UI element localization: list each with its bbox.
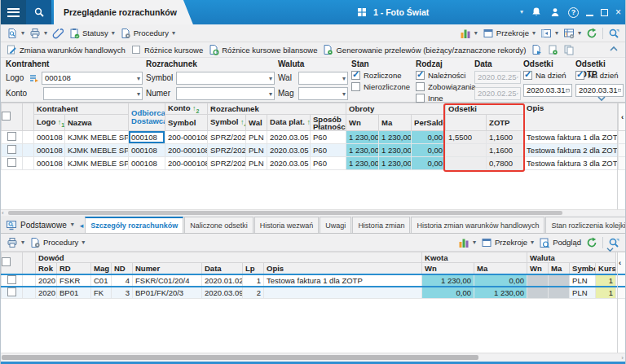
column-header-odbiorca-dostawca[interactable]: Odbiorca Dostawca <box>129 103 165 131</box>
column-header-waluta-ma[interactable]: Ma <box>549 263 570 274</box>
column-header-ma[interactable]: Ma <box>379 115 412 131</box>
document-tab[interactable]: Przeglądanie rozrachunków <box>54 0 193 24</box>
cell-wal[interactable]: PLN <box>246 157 267 170</box>
column-header-nazwa[interactable]: Nazwa <box>65 115 129 131</box>
company-chevron-icon[interactable]: ▾ <box>520 9 523 15</box>
cell-symbol[interactable]: SPRZ/2020/1 <box>208 131 246 144</box>
row-select-cell[interactable] <box>2 131 23 144</box>
cell-odsetki[interactable] <box>446 144 487 157</box>
cell-sposob[interactable]: P60 <box>311 144 346 157</box>
cell-odbiorca[interactable]: 000108 <box>129 157 165 170</box>
cell-konto[interactable]: 200-000108 <box>165 157 208 170</box>
column-header-symbol[interactable]: Symbol ↑4 <box>208 115 246 131</box>
expand-filters-chevron-down-icon[interactable] <box>597 95 606 104</box>
column-header-opis[interactable]: Opis <box>524 103 619 131</box>
cell-data[interactable]: 2020.01.02 <box>202 274 243 287</box>
tab-stan-rozliczenia-fifo[interactable]: Stan rozliczenia kolejki FIFO <box>545 217 625 233</box>
column-header-data-plat[interactable]: Data plat. ↑3 <box>267 115 311 131</box>
cell-symbol[interactable]: SPRZ/2020/3 <box>208 157 246 170</box>
cell-persaldo[interactable]: 0,00 <box>412 157 446 170</box>
global-search-button[interactable] <box>26 0 51 24</box>
date-from-field[interactable]: 2020.02.25 <box>474 71 521 84</box>
group-header-rozrachunek[interactable]: Rozrachunek <box>208 103 346 115</box>
balance-exchange-differences-button[interactable]: Różnice kursowe bilansowe <box>205 42 320 57</box>
cell-mag[interactable]: FK <box>91 287 112 299</box>
group-header-konto[interactable]: Konto ↑2 <box>165 103 208 115</box>
close-icon[interactable]: × <box>615 7 621 17</box>
cell-opis[interactable] <box>264 287 422 299</box>
cell-rd[interactable]: FSKR <box>57 274 91 287</box>
cell-zotp[interactable]: 1,1600 <box>487 144 524 157</box>
copy-records-button[interactable] <box>561 42 577 57</box>
logo-combobox[interactable]: 000108 ▾ <box>42 72 143 85</box>
detail-print-button[interactable]: ▾ <box>4 235 27 250</box>
panel-layout-button[interactable]: ▾ <box>538 26 561 41</box>
cell-wn[interactable]: 1 230,00 <box>346 131 379 144</box>
cell-odbiorca[interactable]: 000108 <box>129 144 165 157</box>
main-grid-hscrollbar[interactable]: ‹ <box>1 209 625 216</box>
preview-button[interactable]: Podgląd <box>536 235 584 250</box>
cell-nazwa[interactable]: KJMK MEBLE SPÓŁ <box>65 157 129 170</box>
attachments-button[interactable] <box>50 26 66 41</box>
chart-button[interactable]: ▾ <box>457 26 480 41</box>
tab-historia-wezwan[interactable]: Historia wezwań <box>254 217 320 233</box>
detail-select-all-checkbox[interactable] <box>2 252 23 274</box>
company-selector[interactable]: 1 - Foto Świat <box>356 0 429 24</box>
konto-combobox[interactable]: ▾ <box>43 87 143 100</box>
sections-button[interactable]: Przekroje ▾ <box>480 26 538 41</box>
cell-mag[interactable]: C01 <box>91 274 112 287</box>
help-icon[interactable]: ? <box>568 7 579 18</box>
menu-button[interactable] <box>1 0 26 24</box>
cell-wn[interactable]: 1 230,00 <box>346 144 379 157</box>
column-header-opis[interactable]: Opis <box>264 263 422 274</box>
group-header-odsetki[interactable]: Odsetki <box>446 103 524 115</box>
column-header-rd[interactable]: RD <box>57 263 91 274</box>
user-icon[interactable] <box>549 7 561 18</box>
tab-historia-zmian-warunkow[interactable]: Historia zmian warunków handlowych <box>411 217 544 233</box>
cell-waluta-ma[interactable] <box>549 287 570 299</box>
exchange-differences-button[interactable]: Różnice kursowe <box>128 42 205 57</box>
tab-uwagi[interactable]: Uwagi <box>320 217 351 233</box>
cell-rd[interactable]: BP01 <box>57 287 91 299</box>
settlement-row[interactable]: 000108 KJMK MEBLE SPÓŁ 000108 200-000108… <box>2 131 626 144</box>
cell-data[interactable]: 2020.03.09 <box>202 287 243 299</box>
cell-odsetki[interactable]: 1,5500 <box>446 131 487 144</box>
cell-logo[interactable]: 000108 <box>34 157 65 170</box>
detail-row[interactable]: 2020 BP01 FK 3 BP01/FK/20/3 2020.03.09 2… <box>2 287 626 299</box>
podstawowe-selector[interactable]: Podstawowe ▾ <box>1 219 78 233</box>
cell-odbiorca-focused[interactable]: 000108 <box>129 131 165 144</box>
cell-persaldo[interactable]: 0,00 <box>412 131 446 144</box>
cell-konto[interactable]: 200-000108 <box>165 144 208 157</box>
cell-waluta-ma[interactable] <box>549 274 570 287</box>
cell-logo[interactable]: 000108 <box>34 131 65 144</box>
scrollbar-thumb[interactable] <box>8 211 562 215</box>
column-header-wn[interactable]: Wn <box>346 115 379 131</box>
collapse-filters-chevron-up-icon[interactable] <box>609 45 619 55</box>
column-header-odsetki-blank[interactable] <box>446 115 487 131</box>
sort-asc-icon[interactable]: ↑2 <box>192 104 199 112</box>
column-header-nd[interactable]: ND <box>112 263 133 274</box>
naleznosci-checkbox[interactable]: Należności <box>416 70 473 81</box>
cell-ma[interactable]: 1 230,00 <box>379 157 412 170</box>
column-header-data[interactable]: Data <box>202 263 243 274</box>
cell-rok[interactable]: 2020 <box>36 287 57 299</box>
column-header-konto-symbol[interactable]: Symbol <box>165 115 208 131</box>
cell-odsetki[interactable] <box>446 157 487 170</box>
cell-sposob[interactable]: P60 <box>311 131 346 144</box>
group-header-dowod[interactable]: Dowód <box>36 252 422 263</box>
tab-historia-zmian[interactable]: Historia zmian <box>352 217 410 233</box>
cell-zotp[interactable]: 0,7800 <box>487 157 524 170</box>
column-header-kwota-ma[interactable]: Ma <box>474 263 527 274</box>
row-select-cell[interactable] <box>2 287 23 299</box>
cell-symbol[interactable]: PLN <box>570 287 596 299</box>
tabs-scroll-left-icon[interactable]: ◂ <box>78 221 86 233</box>
transfer-settings-button[interactable] <box>544 42 561 57</box>
cell-ma[interactable]: 1 230,00 <box>379 144 412 157</box>
grid-scroll-left-arrow[interactable]: ‹ <box>619 103 626 131</box>
cell-lp[interactable]: 2 <box>243 287 264 299</box>
cell-nd[interactable]: 3 <box>112 287 133 299</box>
grid-settings-button[interactable]: ! ▾ <box>561 26 584 41</box>
column-header-numer[interactable]: Numer <box>133 263 202 274</box>
group-header-obroty[interactable]: Obroty <box>346 103 446 115</box>
detail-row-selected[interactable]: 2020 FSKR C01 4 FSKR/C01/20/4 2020.01.02… <box>2 274 626 287</box>
